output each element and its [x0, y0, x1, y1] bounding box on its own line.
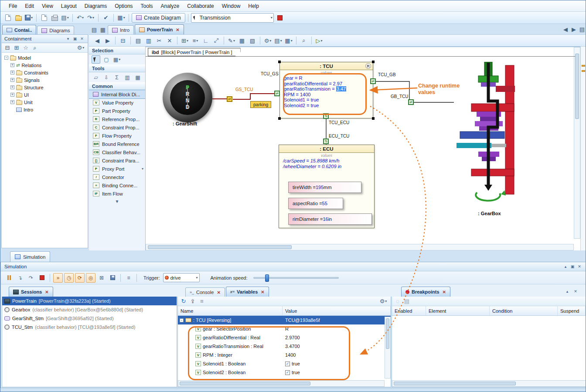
palette-item-flow-property[interactable]: F Flow Property	[89, 132, 145, 140]
tree-item-relations[interactable]: + ⇄ Relations	[2, 61, 88, 69]
collapse-all-icon[interactable]: ⊟	[3, 44, 11, 52]
column-value[interactable]: Value	[283, 306, 391, 315]
selected-value[interactable]: 3.47	[336, 86, 346, 91]
ecu-value-wheeldiameter[interactable]: /wheelDiameter = 0.6209 in	[279, 164, 374, 169]
search-icon[interactable]: ⌕	[31, 44, 39, 52]
palette-item-internal-block-diagram[interactable]: Internal Block Di...	[89, 90, 145, 98]
tab-breakpoints[interactable]: Breakpoints ✕	[401, 287, 450, 297]
palette-item-proxy-port[interactable]: P Proxy Port ▾	[89, 165, 145, 173]
expand-all-icon[interactable]: ⊞	[13, 44, 20, 52]
new-file-icon[interactable]	[3, 13, 13, 23]
variables-row-solenoid2[interactable]: V Solenoid2 : Boolean ✓ true	[178, 368, 391, 377]
tcu-value-solenoid2[interactable]: Solenoid2 = true	[280, 103, 373, 108]
animate-toggle-icon[interactable]: »	[53, 273, 63, 283]
sim-close-icon[interactable]: ✕	[576, 264, 583, 270]
menu-window[interactable]: Window	[218, 1, 245, 11]
session-row[interactable]: PowerTrain [PowerTrain@32fa223a] (Starte…	[2, 297, 177, 305]
variables-row-solenoid1[interactable]: V Solenoid1 : Boolean ✓ true	[178, 359, 391, 368]
column-suspend[interactable]: Suspend	[558, 306, 586, 315]
menu-collaborate[interactable]: Collaborate	[183, 1, 218, 11]
tcu-block[interactable]: : TCU R values gear = R gearRatioDiffere…	[279, 62, 373, 118]
expander-icon[interactable]: -	[4, 56, 8, 60]
tcu-value-gear[interactable]: gear = R	[280, 75, 373, 81]
variables-hscrollbar[interactable]	[178, 380, 385, 387]
tab-diagrams[interactable]: Diagrams	[37, 26, 74, 35]
scroll-tabs-left-icon[interactable]: ◀	[562, 26, 569, 33]
palette-item-reference-property[interactable]: R Reference Prop...	[89, 115, 145, 123]
tcu-value-gear-ratio-differential[interactable]: gearRatioDifferential = 2.97	[280, 81, 373, 87]
run-simulation-icon[interactable]: ▷▾	[314, 36, 324, 45]
tcu-gb-label[interactable]: TCU_GB	[378, 72, 396, 77]
menu-diagrams[interactable]: Diagrams	[81, 1, 111, 11]
diagram-canvas[interactable]: ibd [Block] PowerTrain [ PowerTrain ] P …	[146, 47, 580, 250]
close-variables-icon[interactable]: ✕	[261, 290, 264, 294]
refresh-icon[interactable]: ↻	[180, 297, 187, 305]
copy-icon[interactable]: ▤	[133, 36, 143, 45]
cut-icon[interactable]: ✂	[154, 36, 164, 45]
open-project-icon[interactable]	[14, 13, 23, 23]
aspectratio-field[interactable]: aspectRatio = 55	[288, 198, 343, 209]
simulation-active-indicator-icon[interactable]	[277, 15, 283, 20]
session-row[interactable]: GearShift_Stm [GearShift@3695af92] (Star…	[2, 314, 177, 323]
palette-item-bound-reference[interactable]: BR Bound Reference	[89, 140, 145, 148]
expander-icon[interactable]: +	[10, 63, 14, 67]
marquee-select-icon[interactable]: ▢	[102, 55, 111, 64]
pause-icon[interactable]	[4, 273, 14, 283]
tirewidth-field[interactable]: tireWidth = 195 mm	[288, 182, 361, 193]
table-icon[interactable]: ▤▾	[273, 36, 283, 45]
variables-row-tcu[interactable]: - : TCU [Reversing] TCU@193a8e5f	[178, 316, 391, 324]
breakpoints-hscrollbar[interactable]	[392, 380, 586, 387]
add-breakpoint-icon[interactable]: ◌	[394, 297, 402, 305]
palette-item-constraint-property[interactable]: C Constraint Prop...	[89, 123, 145, 132]
gb-tcu-label[interactable]: GB_TCU	[391, 94, 409, 99]
expander-icon[interactable]: -	[180, 318, 184, 322]
session-row[interactable]: Gearbox(classifier behavior) [GearBox@5e…	[2, 305, 177, 314]
align-icon[interactable]: ≡▾	[191, 36, 200, 45]
tab-simulation[interactable]: Simulation	[10, 251, 50, 262]
ecu-tcu-label[interactable]: ECU_TCU	[329, 134, 349, 139]
palette-item-part-property[interactable]: P Part Property	[89, 107, 145, 115]
close-sessions-icon[interactable]: ✕	[45, 290, 48, 294]
expander-icon[interactable]: +	[10, 100, 14, 104]
redo-icon[interactable]: ↷▾	[86, 13, 95, 23]
ecu-tcu-port[interactable]: ⇅	[323, 139, 329, 144]
grid-icon[interactable]: ▦▾	[284, 36, 293, 45]
export-variables-icon[interactable]: ⇪	[189, 297, 197, 305]
sum-tool-icon[interactable]: Σ	[112, 73, 121, 81]
watch-icon[interactable]: ⌗	[198, 297, 206, 305]
forward-icon[interactable]: ▶	[103, 36, 112, 45]
diagram-search-combo[interactable]: Transmission ▾	[191, 13, 274, 23]
tcu-ecu-port[interactable]: ⇅	[323, 113, 329, 119]
menu-edit[interactable]: Edit	[21, 1, 38, 11]
resize-icon[interactable]: ⤢	[211, 36, 221, 45]
parking-trigger-label[interactable]: parking	[250, 101, 271, 108]
tcu-value-solenoid1[interactable]: Solenoid1 = true	[280, 97, 373, 103]
panel-pin-icon[interactable]: ▣	[72, 36, 78, 42]
variables-options-gear-icon[interactable]: ⚙▾	[378, 297, 389, 305]
variables-row-gear-ratio-transmision[interactable]: V gearRatioTransmision : Real 3.4700	[178, 342, 391, 351]
sim-pin-icon[interactable]: ▣	[569, 264, 576, 270]
tab-containment[interactable]: Contai..	[2, 25, 36, 35]
options-gear-icon[interactable]: ⚙▾	[263, 36, 273, 45]
record-toggle-icon[interactable]: ◎	[86, 273, 95, 283]
palette-item-binding-connector[interactable]: = Binding Conne...	[89, 181, 145, 189]
print-icon[interactable]	[50, 13, 59, 23]
palette-tools-header[interactable]: Tools	[89, 64, 145, 72]
loop-toggle-icon[interactable]: ⟳	[75, 273, 85, 283]
tcu-gs-label[interactable]: TCU_GS	[261, 71, 279, 76]
palette-item-item-flow[interactable]: IF Item Flow	[89, 189, 145, 198]
palette-selection-header[interactable]: Selection	[89, 47, 145, 54]
close-breakpoints-icon[interactable]: ✕	[443, 290, 446, 294]
canvas-hscrollbar[interactable]	[146, 244, 574, 250]
clock-toggle-icon[interactable]: ◷	[64, 273, 74, 283]
trigger-dropdown[interactable]: drive ▾	[163, 273, 200, 282]
diagram-overview-icon[interactable]: ▦	[99, 25, 107, 34]
menu-file[interactable]: File	[5, 1, 21, 11]
expander-icon[interactable]: +	[10, 78, 14, 82]
diagram-list-icon[interactable]: ▤	[90, 25, 98, 34]
route-path-icon[interactable]: ∟	[201, 36, 211, 45]
tree-item-ui[interactable]: + UI	[2, 91, 88, 98]
checkbox-checked-icon[interactable]: ✓	[285, 362, 290, 366]
animation-speed-slider[interactable]	[253, 277, 339, 279]
sim-float-icon[interactable]: ▴	[562, 264, 569, 270]
